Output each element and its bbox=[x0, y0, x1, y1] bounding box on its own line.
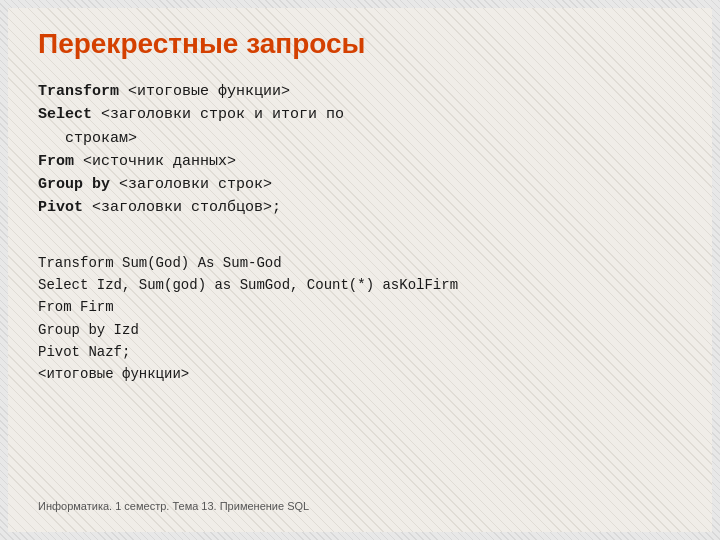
example-line-3: From Firm bbox=[38, 296, 682, 318]
syntax-line-5: Group by <заголовки строк> bbox=[38, 173, 682, 196]
example-line-4: Group by Izd bbox=[38, 319, 682, 341]
example-line-1: Transform Sum(God) As Sum-God bbox=[38, 252, 682, 274]
slide-inner: Перекрестные запросы Transform <итоговые… bbox=[8, 8, 712, 532]
example-line-6: <итоговые функции> bbox=[38, 363, 682, 385]
example-line-5: Pivot Nazf; bbox=[38, 341, 682, 363]
footer-text: Информатика. 1 семестр. Тема 13. Примене… bbox=[38, 492, 682, 512]
syntax-line-4: From <источник данных> bbox=[38, 150, 682, 173]
content-area: Transform <итоговые функции> Select <заг… bbox=[38, 80, 682, 492]
slide-title: Перекрестные запросы bbox=[38, 28, 682, 60]
example-line-2: Select Izd, Sum(god) as SumGod, Count(*)… bbox=[38, 274, 682, 296]
syntax-line-3: строкам> bbox=[38, 127, 682, 150]
syntax-block: Transform <итоговые функции> Select <заг… bbox=[38, 80, 682, 220]
syntax-line-2: Select <заголовки строк и итоги по bbox=[38, 103, 682, 126]
syntax-line-6: Pivot <заголовки столбцов>; bbox=[38, 196, 682, 219]
syntax-line-1: Transform <итоговые функции> bbox=[38, 80, 682, 103]
slide-wrapper: Перекрестные запросы Transform <итоговые… bbox=[0, 0, 720, 540]
example-block: Transform Sum(God) As Sum-God Select Izd… bbox=[38, 252, 682, 386]
